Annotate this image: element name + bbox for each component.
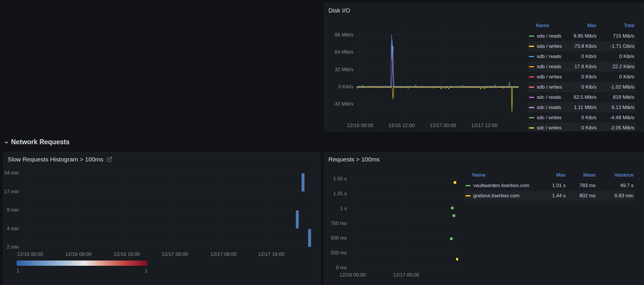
legend-value: 0 Kib/s <box>598 72 636 82</box>
chevron-down-icon <box>4 140 9 145</box>
series-color-swatch <box>529 56 534 57</box>
disk-io-y-tick-label: 0 Kib/s <box>324 84 353 90</box>
heatmap-cell <box>302 173 305 191</box>
legend-value: -1.02 Mib/s <box>598 82 636 92</box>
disk-io-y-tick-label: -32 Mib/s <box>324 101 353 107</box>
legend-value: -73.8 Kib/s <box>571 41 598 51</box>
legend-value: 819 Mib/s <box>598 92 636 102</box>
slow-requests-x-tick-label: 12/16 16:00 <box>103 251 150 257</box>
requests-x-tick-label: 12/16 00:00 <box>329 272 376 278</box>
legend-value: -1.71 Gib/s <box>598 41 636 51</box>
slow-requests-x-tick-label: 12/17 08:00 <box>200 251 247 257</box>
legend-value: 1.44 s <box>540 191 567 201</box>
heatmap-color-scale <box>17 261 147 266</box>
panel-requests: Requests > 100ms NameMaxMeanVariancevaul… <box>324 152 644 285</box>
legend-series-name[interactable]: sdb / reads <box>537 64 561 69</box>
disk-io-y-tick-label: 32 Mib/s <box>324 67 353 73</box>
dashboard-canvas: Disk I/O NameMaxTotalsda / reads8.85 Mib… <box>0 0 644 285</box>
legend-value: 49.7 s <box>597 180 635 191</box>
requests-y-tick-label: 1.50 s <box>324 176 347 182</box>
slow-requests-y-tick-label: 2 min <box>3 244 19 250</box>
series-color-swatch <box>465 185 471 186</box>
disk-io-y-tick-label: 64 Mib/s <box>324 49 353 55</box>
scatter-point <box>451 207 454 210</box>
legend-series-name[interactable]: sdc / reads <box>537 105 561 110</box>
legend-row: sdb / writes0 Kib/s-1.02 Mib/s <box>528 82 636 92</box>
legend-series-name[interactable]: sdc / reads <box>537 94 561 100</box>
legend-series-name[interactable]: sdb / writes <box>537 74 562 80</box>
heatmap-cell <box>296 210 299 228</box>
legend-value: 1.11 Mib/s <box>571 102 598 112</box>
panel-title-requests[interactable]: Requests > 100ms <box>328 156 380 163</box>
legend-value: 0 Kib/s <box>571 112 598 123</box>
disk-io-x-tick-label: 12/17 12:00 <box>461 123 508 129</box>
legend-header-name[interactable]: Name <box>464 170 540 180</box>
external-link-icon[interactable] <box>107 156 112 162</box>
legend-row: vaultwarden.tiserbox.com1.01 s783 ms49.7… <box>464 180 635 191</box>
section-header-network-requests[interactable]: Network Requests <box>4 138 70 146</box>
legend-value: 1.01 s <box>540 180 567 191</box>
legend-value: 6.83 min <box>597 191 635 201</box>
requests-y-tick-label: 1.25 s <box>324 191 347 197</box>
disk-io-x-tick-label: 12/17 00:00 <box>420 123 466 129</box>
legend-series-name[interactable]: sdb / reads <box>537 54 561 59</box>
requests-y-tick-label: 250 ms <box>324 250 347 256</box>
legend-series-name[interactable]: sdb / writes <box>537 84 562 90</box>
slow-requests-y-tick-label: 34 min <box>3 170 19 176</box>
legend-row: grafana.tiserbox.com1.44 s802 ms6.83 min <box>464 191 635 201</box>
legend-value: 62.5 Mib/s <box>571 92 598 102</box>
legend-value: -4.49 Mib/s <box>598 112 636 123</box>
legend-series-name[interactable]: sdc / writes <box>537 115 562 120</box>
legend-series-name[interactable]: vaultwarden.tiserbox.com <box>473 183 529 188</box>
disk-io-x-tick-label: 12/16 00:00 <box>337 123 383 129</box>
disk-io-series-line <box>357 46 519 87</box>
legend-header-mean[interactable]: Mean <box>567 170 597 180</box>
slow-requests-x-tick-label: 12/17 00:00 <box>152 251 198 257</box>
legend-row: sdc / writes0 Kib/s-4.49 Mib/s <box>528 112 636 123</box>
requests-y-tick-label: 500 ms <box>324 235 347 241</box>
disk-io-y-tick-label: 96 Mib/s <box>324 32 353 38</box>
legend-header-variance[interactable]: Variance <box>597 170 635 180</box>
series-color-swatch <box>465 195 471 196</box>
legend-row: sdb / reads0 Kib/s0 Kib/s <box>528 51 636 61</box>
section-title: Network Requests <box>11 138 70 146</box>
disk-io-series-line <box>357 34 519 87</box>
panel-disk-io: Disk I/O NameMaxTotalsda / reads8.85 Mib… <box>324 3 644 131</box>
legend-value: 802 ms <box>567 191 597 201</box>
legend-header-name[interactable]: Name <box>528 20 571 31</box>
legend-series-name[interactable]: sdc / writes <box>537 125 562 131</box>
series-color-swatch <box>529 87 534 88</box>
heatmap-cell <box>308 229 311 247</box>
legend-value: 17.6 Kib/s <box>571 61 598 72</box>
scatter-point <box>453 181 456 184</box>
legend-series-name[interactable]: grafana.tiserbox.com <box>473 193 520 198</box>
legend-header-max[interactable]: Max <box>571 20 598 31</box>
disk-io-plot <box>357 29 519 117</box>
legend-row: sda / writes-73.8 Kib/s-1.71 Gib/s <box>528 41 636 51</box>
requests-legend-table: NameMaxMeanVariancevaultwarden.tiserbox.… <box>464 170 635 201</box>
series-color-swatch <box>529 97 534 98</box>
panel-title-slow-requests[interactable]: Slow Requests Histogram > 100ms <box>8 156 112 163</box>
slow-requests-y-tick-label: 9 min <box>3 207 19 213</box>
legend-value: 0 Kib/s <box>571 123 598 131</box>
panel-title-text: Disk I/O <box>328 7 350 14</box>
heatmap-scale-max: 1 <box>139 268 147 274</box>
legend-header-total[interactable]: Total <box>598 20 636 31</box>
legend-series-name[interactable]: sda / writes <box>537 43 562 49</box>
requests-y-tick-label: 1 s <box>324 206 347 212</box>
legend-row: sda / reads8.85 Mib/s715 Mib/s <box>528 31 636 41</box>
slow-requests-plot <box>23 169 313 251</box>
slow-requests-x-tick-label: 12/16 00:00 <box>7 251 53 257</box>
legend-series-name[interactable]: sda / reads <box>537 33 561 39</box>
legend-value: 715 Mib/s <box>598 31 636 41</box>
legend-row: sdc / writes0 Kib/s-2.05 Mib/s <box>528 123 636 131</box>
panel-title-disk-io[interactable]: Disk I/O <box>328 7 350 14</box>
slow-requests-x-tick-label: 12/17 16:00 <box>248 251 295 257</box>
panel-slow-requests-histogram: Slow Requests Histogram > 100ms 34 min17… <box>3 152 321 285</box>
legend-value: 0 Kib/s <box>571 82 598 92</box>
disk-io-legend-table: NameMaxTotalsda / reads8.85 Mib/s715 Mib… <box>528 20 636 131</box>
scatter-point <box>456 258 458 261</box>
panel-title-text: Slow Requests Histogram > 100ms <box>8 156 103 163</box>
series-color-swatch <box>529 117 534 118</box>
legend-header-max[interactable]: Max <box>540 170 567 180</box>
